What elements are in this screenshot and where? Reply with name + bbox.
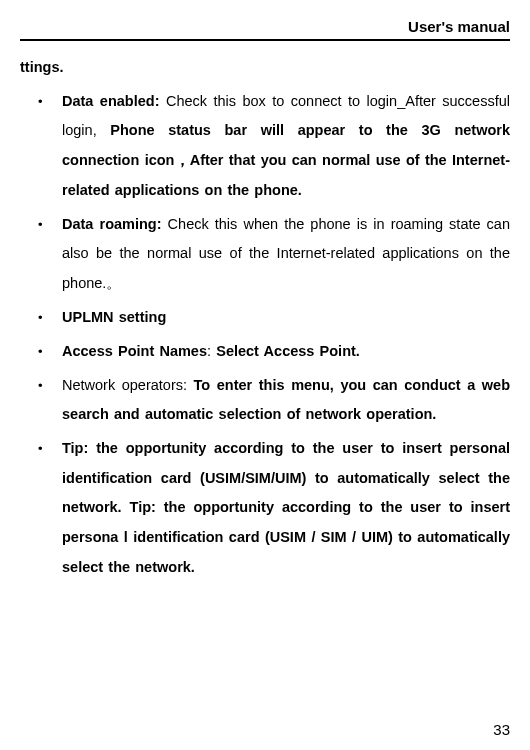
item-label: Data enabled: <box>62 93 159 109</box>
item-tail: Tip: the opportunity according to the us… <box>62 440 510 575</box>
list-item: • Data enabled: Check this box to connec… <box>20 87 510 206</box>
item-tail: Phone status bar will appear to the 3G n… <box>62 122 510 197</box>
list-item: • Tip: the opportunity according to the … <box>20 434 510 583</box>
list-item-text: Network operators: To enter this menu, y… <box>62 371 510 430</box>
section-title: ttings. <box>20 53 510 83</box>
list-item-text: UPLMN setting <box>62 303 510 333</box>
list-item-text: Data roaming: Check this when the phone … <box>62 210 510 299</box>
bullet-dot-icon: • <box>20 337 62 367</box>
list-item-text: Tip: the opportunity according to the us… <box>62 434 510 583</box>
item-tail: Select Access Point. <box>216 343 360 359</box>
page-header: User's manual <box>20 18 510 41</box>
bullet-dot-icon: • <box>20 303 62 333</box>
list-item-text: Access Point Names: Select Access Point. <box>62 337 510 367</box>
bullet-dot-icon: • <box>20 371 62 430</box>
list-item: • Access Point Names: Select Access Poin… <box>20 337 510 367</box>
list-item: • UPLMN setting <box>20 303 510 333</box>
page-number: 33 <box>493 721 510 738</box>
item-label: UPLMN setting <box>62 309 166 325</box>
bullet-dot-icon: • <box>20 434 62 583</box>
item-label: Data roaming: <box>62 216 162 232</box>
list-item: • Data roaming: Check this when the phon… <box>20 210 510 299</box>
list-item-text: Data enabled: Check this box to connect … <box>62 87 510 206</box>
bullet-dot-icon: • <box>20 87 62 206</box>
item-label: Network operators: <box>62 377 187 393</box>
page-content: ttings. • Data enabled: Check this box t… <box>20 53 510 583</box>
bullet-dot-icon: • <box>20 210 62 299</box>
list-item: • Network operators: To enter this menu,… <box>20 371 510 430</box>
item-body: : <box>207 343 211 359</box>
item-label: Access Point Names <box>62 343 207 359</box>
